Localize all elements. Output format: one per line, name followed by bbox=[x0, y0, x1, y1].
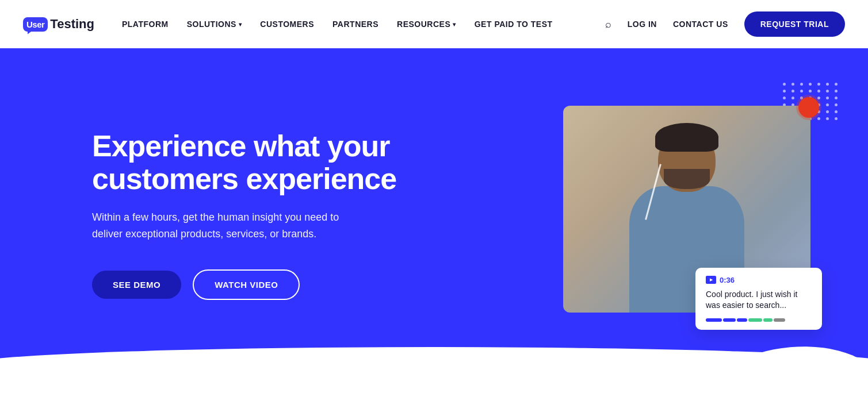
nav-links: PLATFORM SOLUTIONS ▾ CUSTOMERS PARTNERS … bbox=[122, 20, 605, 29]
dot bbox=[791, 83, 794, 86]
bar-segment bbox=[763, 318, 773, 322]
dot bbox=[835, 110, 838, 113]
dot bbox=[826, 110, 829, 113]
resources-chevron-icon: ▾ bbox=[453, 21, 456, 28]
dot bbox=[817, 83, 820, 86]
dot bbox=[826, 90, 829, 93]
dot bbox=[817, 90, 820, 93]
bar-segment bbox=[706, 318, 722, 322]
hero-buttons: SEE DEMO WATCH VIDEO bbox=[92, 269, 403, 300]
bar-segment bbox=[737, 318, 747, 322]
hero-content: Experience what your customers experienc… bbox=[92, 130, 403, 300]
logo-highlight: User bbox=[26, 20, 44, 29]
contact-link[interactable]: CONTACT US bbox=[673, 20, 728, 29]
logo-text: Testing bbox=[50, 17, 94, 32]
dot bbox=[817, 97, 820, 99]
feedback-bubble: 0:36 Cool product. I just wish it was ea… bbox=[695, 268, 822, 330]
search-icon[interactable]: ⌕ bbox=[605, 18, 611, 30]
nav-solutions[interactable]: SOLUTIONS ▾ bbox=[187, 20, 242, 29]
feedback-time: 0:36 bbox=[720, 276, 735, 284]
bar-segment bbox=[723, 318, 736, 322]
login-link[interactable]: LOG IN bbox=[628, 20, 657, 29]
dot bbox=[809, 83, 812, 86]
dot bbox=[809, 90, 812, 93]
dot bbox=[783, 97, 786, 99]
dot bbox=[791, 97, 794, 99]
hero-visual: 0:36 Cool product. I just wish it was ea… bbox=[403, 117, 845, 313]
dot bbox=[783, 83, 786, 86]
dot bbox=[800, 83, 803, 86]
hero-subtitle: Within a few hours, get the human insigh… bbox=[92, 209, 345, 242]
bar-segment bbox=[774, 318, 785, 322]
dot bbox=[791, 90, 794, 93]
feedback-text: Cool product. I just wish it was easier … bbox=[706, 289, 812, 311]
hero-title: Experience what your customers experienc… bbox=[92, 130, 403, 195]
video-card: 0:36 Cool product. I just wish it was ea… bbox=[563, 106, 810, 313]
logo[interactable]: User Testing bbox=[23, 17, 94, 32]
dot bbox=[783, 90, 786, 93]
nav-customers[interactable]: CUSTOMERS bbox=[260, 20, 314, 29]
nav-right: ⌕ LOG IN CONTACT US REQUEST TRIAL bbox=[605, 11, 845, 37]
nav-platform[interactable]: PLATFORM bbox=[122, 20, 169, 29]
feedback-timestamp: 0:36 bbox=[706, 276, 812, 284]
see-demo-button[interactable]: SEE DEMO bbox=[92, 271, 181, 299]
bottom-curve bbox=[0, 347, 868, 393]
solutions-chevron-icon: ▾ bbox=[239, 21, 242, 28]
record-indicator bbox=[798, 97, 819, 118]
dot bbox=[826, 83, 829, 86]
logo-bubble: User bbox=[23, 17, 48, 32]
bar-segment bbox=[748, 318, 762, 322]
dot bbox=[826, 97, 829, 99]
dot bbox=[800, 90, 803, 93]
nav-partners[interactable]: PARTNERS bbox=[332, 20, 378, 29]
dot bbox=[835, 103, 838, 106]
hero-section: Experience what your customers experienc… bbox=[0, 48, 868, 393]
request-trial-button[interactable]: REQUEST TRIAL bbox=[744, 11, 845, 37]
dot bbox=[835, 97, 838, 99]
dot bbox=[826, 103, 829, 106]
dot bbox=[835, 90, 838, 93]
watch-video-button[interactable]: WATCH VIDEO bbox=[193, 269, 300, 300]
feedback-progress-bar bbox=[706, 318, 812, 322]
navbar: User Testing PLATFORM SOLUTIONS ▾ CUSTOM… bbox=[0, 0, 868, 48]
nav-get-paid[interactable]: GET PAID TO TEST bbox=[475, 20, 553, 29]
dot bbox=[835, 83, 838, 86]
video-play-icon bbox=[706, 276, 716, 284]
nav-resources[interactable]: RESOURCES ▾ bbox=[397, 20, 456, 29]
person-head bbox=[658, 129, 716, 192]
